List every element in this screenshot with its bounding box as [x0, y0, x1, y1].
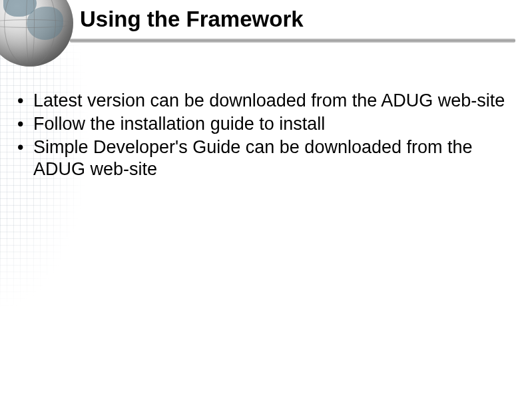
- slide-title: Using the Framework: [80, 7, 304, 32]
- title-divider: [70, 39, 515, 43]
- list-item: Follow the installation guide to install: [13, 113, 512, 135]
- list-item: Simple Developer's Guide can be download…: [13, 136, 512, 180]
- slide-body: Latest version can be downloaded from th…: [13, 90, 512, 182]
- globe-graphic: [0, 0, 73, 67]
- background-grid: [0, 45, 120, 325]
- bullet-list: Latest version can be downloaded from th…: [13, 90, 512, 180]
- list-item: Latest version can be downloaded from th…: [13, 90, 512, 112]
